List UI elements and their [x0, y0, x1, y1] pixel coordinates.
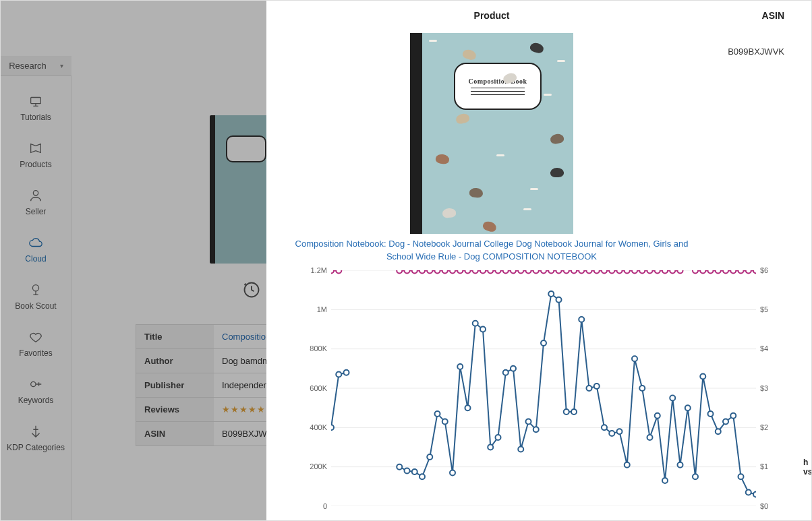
- cloud-icon: [1, 235, 71, 250]
- svg-point-64: [397, 464, 402, 469]
- svg-point-104: [700, 373, 705, 379]
- svg-point-21: [450, 270, 455, 274]
- svg-point-17: [419, 270, 425, 274]
- sidebar-item-label: Keywords: [18, 396, 54, 405]
- sidebar-item-keywords[interactable]: Keywords: [1, 367, 71, 415]
- svg-point-23: [465, 270, 471, 274]
- svg-point-33: [541, 270, 546, 274]
- svg-point-29: [511, 270, 516, 274]
- svg-point-77: [496, 435, 501, 440]
- kdp-categories-icon: [1, 424, 71, 439]
- reviews-label: Reviews: [136, 398, 214, 421]
- tutorials-icon: [1, 94, 71, 109]
- svg-point-40: [594, 270, 600, 274]
- svg-point-31: [526, 270, 531, 274]
- favorites-icon: [1, 330, 71, 344]
- sidebar-item-products[interactable]: Products: [1, 131, 71, 179]
- svg-point-70: [442, 419, 448, 424]
- svg-point-80: [518, 446, 523, 452]
- sidebar: Tutorials Products Seller Cloud: [1, 76, 71, 520]
- product-title[interactable]: Composition Notebook: Dog - Notebook Jou…: [293, 238, 690, 264]
- svg-point-107: [723, 419, 728, 424]
- svg-point-102: [685, 405, 691, 410]
- svg-point-15: [405, 270, 410, 274]
- book-scout-icon: [1, 282, 71, 297]
- svg-point-56: [723, 270, 728, 274]
- svg-point-68: [427, 454, 432, 460]
- svg-point-111: [753, 491, 756, 497]
- sidebar-item-tutorials[interactable]: Tutorials: [1, 84, 71, 131]
- svg-point-16: [412, 270, 417, 274]
- svg-point-92: [609, 431, 614, 436]
- svg-point-53: [700, 270, 705, 274]
- svg-point-28: [503, 270, 509, 274]
- svg-point-110: [746, 489, 751, 495]
- sidebar-item-label: Book Scout: [15, 301, 56, 311]
- svg-point-58: [738, 270, 744, 274]
- svg-point-100: [670, 395, 675, 400]
- cover-label: Composition Book: [468, 78, 527, 85]
- svg-point-69: [435, 411, 440, 417]
- svg-point-27: [496, 270, 501, 274]
- svg-point-62: [336, 371, 341, 377]
- svg-point-65: [405, 468, 410, 473]
- product-panel: Product ASIN Composition Book Compositio…: [266, 1, 811, 520]
- svg-point-98: [655, 413, 660, 419]
- svg-point-36: [564, 270, 569, 274]
- svg-point-95: [632, 356, 637, 361]
- rank-price-chart[interactable]: 0200K400K600K800K1M1.2M $0$1$2$3$4$5$6: [293, 270, 784, 506]
- svg-point-88: [579, 317, 584, 322]
- svg-point-22: [457, 270, 463, 274]
- asin-value: B099BXJWVK: [690, 26, 784, 266]
- sidebar-item-kdp-categories[interactable]: KDP Categories: [1, 415, 71, 462]
- svg-point-73: [465, 405, 471, 410]
- svg-point-96: [639, 386, 645, 391]
- svg-point-41: [602, 270, 607, 274]
- svg-point-44: [625, 270, 630, 274]
- svg-point-45: [632, 270, 637, 274]
- research-dropdown[interactable]: Research ▾: [1, 56, 71, 76]
- svg-rect-0: [31, 98, 41, 104]
- svg-point-13: [336, 270, 341, 274]
- svg-point-109: [738, 474, 744, 479]
- svg-point-54: [708, 270, 714, 274]
- cutoff-text: h vs: [803, 458, 811, 477]
- svg-point-86: [564, 409, 569, 415]
- svg-point-78: [503, 369, 509, 375]
- svg-point-108: [730, 413, 736, 419]
- svg-point-51: [678, 270, 683, 274]
- svg-point-94: [625, 462, 630, 467]
- svg-point-38: [579, 270, 584, 274]
- history-icon[interactable]: [242, 280, 261, 299]
- sidebar-item-label: KDP Categories: [7, 443, 65, 452]
- product-image[interactable]: Composition Book: [410, 33, 573, 234]
- svg-point-87: [571, 409, 577, 415]
- svg-point-83: [541, 340, 546, 346]
- svg-point-61: [331, 425, 334, 430]
- svg-point-14: [397, 270, 402, 274]
- caret-down-icon: ▾: [60, 62, 63, 69]
- sidebar-item-cloud[interactable]: Cloud: [1, 226, 71, 273]
- svg-point-19: [435, 270, 440, 274]
- svg-point-43: [617, 270, 622, 274]
- keywords-icon: [1, 377, 71, 392]
- sidebar-item-book-scout[interactable]: Book Scout: [1, 273, 71, 320]
- svg-point-26: [488, 270, 493, 274]
- seller-icon: [1, 188, 71, 203]
- svg-point-93: [617, 429, 622, 434]
- svg-point-90: [594, 384, 600, 389]
- sidebar-item-favorites[interactable]: Favorites: [1, 320, 71, 367]
- sidebar-item-label: Tutorials: [20, 113, 51, 122]
- svg-point-1: [33, 191, 38, 195]
- product-header: Product: [293, 10, 690, 21]
- svg-point-12: [331, 270, 334, 274]
- svg-point-18: [427, 270, 432, 274]
- sidebar-item-seller[interactable]: Seller: [1, 179, 71, 226]
- svg-point-60: [753, 270, 756, 274]
- svg-point-63: [344, 369, 349, 375]
- svg-point-47: [647, 270, 653, 274]
- publisher-label: Publisher: [136, 373, 214, 397]
- svg-point-49: [662, 270, 668, 274]
- svg-point-20: [442, 270, 448, 274]
- svg-point-34: [548, 270, 554, 274]
